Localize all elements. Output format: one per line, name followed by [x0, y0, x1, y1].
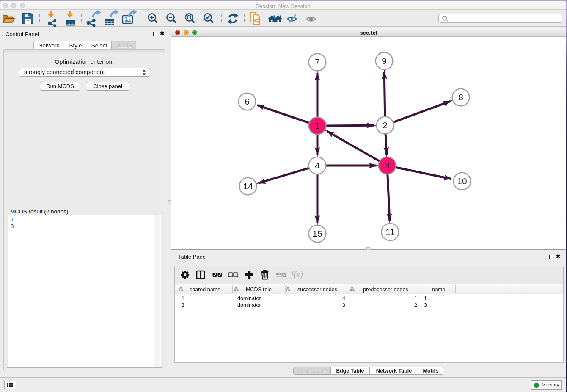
- svg-text:4: 4: [315, 160, 320, 170]
- svg-text:f(x): f(x): [291, 270, 303, 279]
- svg-text:14: 14: [243, 181, 253, 191]
- svg-text:15: 15: [312, 229, 322, 238]
- svg-text:10: 10: [457, 176, 467, 186]
- svg-text:1: 1: [315, 121, 320, 130]
- svg-text:8: 8: [458, 92, 463, 102]
- svg-text:9: 9: [382, 56, 387, 66]
- svg-text:2: 2: [383, 120, 388, 130]
- svg-text:11: 11: [385, 227, 395, 237]
- svg-text:6: 6: [245, 97, 250, 106]
- svg-text:3: 3: [385, 160, 390, 170]
- svg-text:7: 7: [315, 57, 320, 67]
